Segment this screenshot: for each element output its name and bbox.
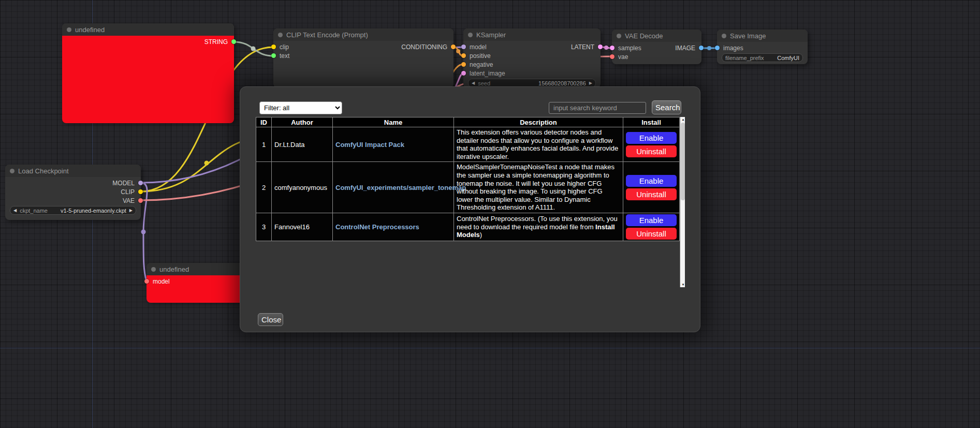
- column-header-name: Name: [333, 117, 454, 127]
- extension-manager-dialog: Filter: all Search ID Author Name Descri…: [240, 86, 700, 332]
- input-label-model: model: [470, 43, 487, 51]
- cell-install: Enable Uninstall: [623, 162, 680, 213]
- node-collapse-icon[interactable]: [67, 27, 71, 32]
- node-titlebar[interactable]: KSampler: [463, 28, 601, 41]
- node-collapse-icon[interactable]: [617, 34, 621, 38]
- input-dot-latent-image[interactable]: [461, 71, 466, 76]
- table-header-row: ID Author Name Description Install: [256, 117, 680, 127]
- cell-author: comfyanonymous: [272, 162, 333, 213]
- decrement-arrow-icon[interactable]: ◀: [472, 81, 475, 85]
- canvas-axis-horizontal: [0, 348, 980, 348]
- uninstall-button[interactable]: Uninstall: [626, 188, 677, 200]
- node-collapse-icon[interactable]: [722, 34, 726, 38]
- node-titlebar[interactable]: Load Checkpoint: [5, 165, 141, 177]
- node-title: undefined: [75, 26, 105, 34]
- node-save-image[interactable]: Save Image images filename_prefix ComfyU…: [717, 29, 808, 64]
- ckpt-name-label: ckpt_name: [20, 208, 48, 214]
- seed-widget-value: 156680208700286: [538, 80, 586, 86]
- node-clip-text-encode[interactable]: CLIP Text Encode (Prompt) clip CONDITION…: [273, 28, 454, 88]
- node-collapse-icon[interactable]: [468, 33, 473, 37]
- filename-prefix-label: filename_prefix: [725, 55, 764, 61]
- column-header-id: ID: [256, 117, 272, 127]
- output-dot-conditioning[interactable]: [451, 45, 456, 49]
- output-label-vae: VAE: [123, 197, 135, 204]
- graph-canvas[interactable]: undefined STRING CLIP Text Encode (Promp…: [0, 0, 980, 428]
- output-label-conditioning: CONDITIONING: [401, 43, 447, 51]
- cell-id: 2: [256, 162, 272, 213]
- cell-description: ModelSamplerTonemapNoiseTest a node that…: [454, 162, 623, 213]
- node-title: Save Image: [730, 32, 766, 40]
- output-dot-vae[interactable]: [138, 198, 143, 203]
- output-dot-image[interactable]: [699, 46, 704, 50]
- close-button[interactable]: Close: [258, 313, 283, 326]
- scrollbar-thumb[interactable]: [681, 123, 685, 200]
- node-collapse-icon[interactable]: [151, 267, 156, 272]
- cell-description: ControlNet Preprocessors. (To use this e…: [454, 213, 623, 241]
- search-button[interactable]: Search: [652, 100, 681, 114]
- scroll-up-icon[interactable]: ▲: [680, 117, 686, 122]
- enable-button[interactable]: Enable: [626, 175, 677, 187]
- node-collapse-icon[interactable]: [10, 169, 14, 173]
- node-collapse-icon[interactable]: [278, 33, 283, 37]
- enable-button[interactable]: Enable: [626, 132, 677, 144]
- input-dot-clip[interactable]: [271, 45, 276, 49]
- output-label-clip: CLIP: [121, 188, 135, 196]
- node-titlebar[interactable]: VAE Decode: [612, 29, 701, 42]
- node-title: CLIP Text Encode (Prompt): [286, 31, 368, 39]
- ckpt-name-value: v1-5-pruned-emaonly.ckpt: [61, 208, 126, 214]
- filename-prefix-widget[interactable]: filename_prefix ComfyUI: [722, 53, 803, 62]
- node-titlebar[interactable]: undefined: [62, 23, 234, 36]
- input-dot-images[interactable]: [715, 46, 720, 50]
- cell-install: Enable Uninstall: [623, 213, 680, 241]
- input-dot-model[interactable]: [144, 279, 149, 284]
- input-label-text: text: [280, 52, 289, 60]
- output-label-string: STRING: [204, 38, 228, 46]
- input-label-positive: positive: [470, 52, 491, 60]
- input-dot-positive[interactable]: [461, 53, 466, 58]
- output-dot-latent[interactable]: [598, 45, 603, 49]
- node-undefined-bottom[interactable]: undefined model: [147, 263, 253, 301]
- extension-link[interactable]: ComfyUI Impact Pack: [335, 141, 404, 149]
- column-header-description: Description: [454, 117, 623, 127]
- increment-arrow-icon[interactable]: ▶: [589, 81, 592, 85]
- filter-select[interactable]: Filter: all: [259, 101, 342, 114]
- output-label-latent: LATENT: [571, 43, 594, 51]
- input-dot-model[interactable]: [461, 45, 466, 49]
- output-label-model: MODEL: [112, 180, 135, 187]
- node-load-checkpoint[interactable]: Load Checkpoint MODEL CLIP VAE ◀ ckpt_na…: [5, 165, 141, 220]
- node-titlebar[interactable]: undefined: [147, 263, 253, 275]
- ckpt-name-widget[interactable]: ◀ ckpt_name v1-5-pruned-emaonly.ckpt ▶: [10, 206, 136, 215]
- table-scrollbar[interactable]: ▲ ▼: [680, 117, 685, 287]
- output-dot-model[interactable]: [138, 181, 143, 185]
- uninstall-button[interactable]: Uninstall: [626, 145, 677, 157]
- node-title: KSampler: [476, 31, 506, 39]
- increment-arrow-icon[interactable]: ▶: [129, 209, 133, 213]
- decrement-arrow-icon[interactable]: ◀: [13, 209, 17, 213]
- input-dot-vae[interactable]: [610, 54, 615, 59]
- input-dot-samples[interactable]: [610, 46, 615, 50]
- cell-name: ControlNet Preprocessors: [333, 213, 454, 241]
- enable-button[interactable]: Enable: [626, 214, 677, 226]
- node-title: Load Checkpoint: [18, 167, 69, 175]
- input-dot-negative[interactable]: [461, 62, 466, 67]
- cell-install: Enable Uninstall: [623, 127, 680, 162]
- node-titlebar[interactable]: Save Image: [717, 29, 808, 42]
- extension-link[interactable]: ComfyUI_experiments/sampler_tonemap: [335, 184, 466, 191]
- node-vae-decode[interactable]: VAE Decode samples IMAGE vae: [612, 29, 701, 64]
- search-input[interactable]: [549, 102, 646, 114]
- input-label-samples: samples: [618, 45, 641, 52]
- output-dot-clip[interactable]: [138, 189, 143, 194]
- node-ksampler[interactable]: KSampler model LATENT positive negative …: [463, 28, 601, 88]
- input-dot-text[interactable]: [271, 53, 276, 58]
- output-dot-string[interactable]: [231, 39, 236, 44]
- node-titlebar[interactable]: CLIP Text Encode (Prompt): [273, 28, 454, 41]
- table-row: 1 Dr.Lt.Data ComfyUI Impact Pack This ex…: [256, 127, 680, 162]
- cell-name: ComfyUI_experiments/sampler_tonemap: [333, 162, 454, 213]
- input-label-images: images: [723, 45, 743, 52]
- cell-author: Dr.Lt.Data: [272, 127, 333, 162]
- uninstall-button[interactable]: Uninstall: [626, 228, 677, 240]
- extension-link[interactable]: ControlNet Preprocessors: [335, 223, 419, 231]
- scroll-down-icon[interactable]: ▼: [680, 282, 686, 287]
- node-undefined-top[interactable]: undefined STRING: [62, 23, 234, 122]
- node-title: undefined: [159, 265, 189, 273]
